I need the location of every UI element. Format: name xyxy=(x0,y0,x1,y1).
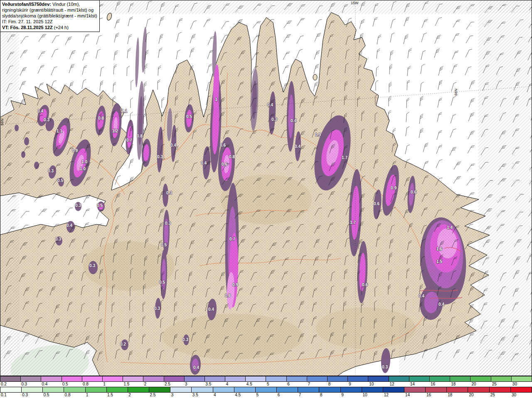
colorbar-tick-label: 25 xyxy=(491,382,512,387)
precip-value-label: 0.4 xyxy=(438,302,444,307)
precip-value-label: 0.8 xyxy=(225,293,231,298)
colorbar-tick-label: 2 xyxy=(128,393,149,398)
colorbar-cell xyxy=(307,376,328,381)
colorbar-cell xyxy=(103,376,123,381)
init-time: IT: Fim. 27. 11. 2025 12Z xyxy=(2,19,98,25)
precip-value-label: 0.4 xyxy=(170,143,176,147)
colorbar-cell xyxy=(319,387,340,392)
precip-value-label: 1 xyxy=(215,97,217,102)
colorbar-tick-label: 0.2 xyxy=(0,382,20,387)
colorbar-cell xyxy=(298,387,319,392)
precip-value-label: 0.9 xyxy=(72,148,78,153)
precip-value-label: 0.6 xyxy=(374,201,379,206)
colorbar-tick-label: 20 xyxy=(470,382,491,387)
precip-value-label: 0.5 xyxy=(97,203,103,208)
colorbar-tick-label: 6 xyxy=(277,393,298,398)
precip-value-label: 0.7 xyxy=(126,138,132,142)
colorbar-cell xyxy=(511,387,532,392)
precip-value-label: 0.9 xyxy=(391,186,397,190)
precip-value-label: 0.8 xyxy=(98,116,104,120)
colorbar-labels: 0.20.30.40.50.811.522.533.544.5567891012… xyxy=(0,382,532,387)
precip-value-label: 1.6 xyxy=(436,247,442,251)
precip-value-label: 1.1 xyxy=(57,129,62,133)
precip-value-label: 0.5 xyxy=(159,280,165,285)
colorbar-tick-label: 25 xyxy=(490,393,511,398)
colorbar-tick-label: 4 xyxy=(213,393,234,398)
precip-value-label: 0.4 xyxy=(267,103,273,107)
precip-value-label: 0.4 xyxy=(291,118,296,123)
legend-box: Veðurstofan/IS750dev: Vindur (10m), rign… xyxy=(0,0,100,32)
precip-value-label: 0.5 xyxy=(161,243,167,247)
product-subtitle: Vindur (10m), xyxy=(51,2,80,7)
precip-value-label: 1.7 xyxy=(342,155,347,160)
precip-value-label: 0.6 xyxy=(411,190,416,194)
colorbar-cell xyxy=(170,387,192,392)
colorbar-tick-label: 5 xyxy=(255,393,276,398)
colorbar-tick-label: 7 xyxy=(298,393,319,398)
colorbar-cell xyxy=(164,376,185,381)
colorbar-tick-label: 12 xyxy=(389,382,409,387)
colorbar-cell xyxy=(82,376,103,381)
valid-time-offset: (+24 h) xyxy=(53,25,69,30)
graticule-label: 66N xyxy=(0,118,4,125)
colorbar-tick-label: 10 xyxy=(368,382,389,387)
colorbar-tick-label: 20 xyxy=(468,393,489,398)
precip-value-label: 0.9 xyxy=(315,133,321,137)
colorbar-cell xyxy=(368,376,389,381)
graticule-label: 66N xyxy=(454,88,458,96)
colorbar-tick-label: 16 xyxy=(426,393,447,398)
precip-value-label: 0.9 xyxy=(232,283,238,287)
map-canvas: 0.40.31.10.91.01.00.30.50.30.50.40.30.30… xyxy=(0,0,532,376)
colorbar-cell xyxy=(328,376,348,381)
hatch-band-se xyxy=(399,324,532,376)
colorbar-tick-label: 2.5 xyxy=(149,393,170,398)
colorbar-tick-label: 1 xyxy=(102,382,123,387)
colorbar-tick-label: 14 xyxy=(409,382,430,387)
legend-line-1: Veðurstofan/IS750dev: Vindur (10m), xyxy=(2,1,98,7)
island xyxy=(313,74,317,80)
colorbar-tick-label: 0.3 xyxy=(21,393,42,398)
colorbar-tick-label: 0.1 xyxy=(0,393,21,398)
colorbar-cell xyxy=(21,376,41,381)
colorbar-tick-label: 3.5 xyxy=(192,393,213,398)
colorbar-cell xyxy=(277,387,298,392)
precip-value-label: 0.3 xyxy=(75,203,81,208)
colorbar-cell xyxy=(86,387,107,392)
colorbar-tick-label: 0.8 xyxy=(64,393,85,398)
precip-value-label: 1.5 xyxy=(436,259,442,264)
valid-time-main: VT: Fös. 28.11.2025 12Z xyxy=(2,25,53,30)
precip-value-label: 0.4 xyxy=(201,161,207,165)
weather-chart: 0.40.31.10.91.01.00.30.50.30.50.40.30.30… xyxy=(0,0,532,398)
colorbar-cell xyxy=(41,376,62,381)
colorbar-cell xyxy=(468,387,489,392)
precip-value-label: 0.4 xyxy=(66,223,72,228)
precip-value-label: 1.4 xyxy=(447,225,453,230)
colorbar-tick-label: 5 xyxy=(266,382,286,387)
colorbar-tick-label: 0.8 xyxy=(82,382,102,387)
colorbar-cell xyxy=(512,376,532,381)
colorbar-tick-label: 0.5 xyxy=(42,393,64,398)
colorbar-strip xyxy=(0,376,532,382)
colorbar-cell xyxy=(143,376,164,381)
precip-value-label: 0.4 xyxy=(208,307,214,312)
product-title: Veðurstofan/IS750dev: xyxy=(2,2,51,7)
colorbar-tick-label: 16 xyxy=(430,382,450,387)
colorbar-cell xyxy=(362,387,383,392)
precip-value-label: 1.0 xyxy=(80,167,86,171)
precip-value-label: 0.5 xyxy=(186,114,192,119)
colorbar-cell xyxy=(430,376,450,381)
hatch-band-right xyxy=(478,0,532,376)
colorbar-cell xyxy=(447,387,468,392)
precip-value-label: 0.4 xyxy=(193,365,199,370)
graticule-label: 15W xyxy=(351,1,359,5)
precip-value-label: 0.3 xyxy=(44,118,49,122)
colorbar-tick-label: 18 xyxy=(450,382,470,387)
precip-value-label: 1.0 xyxy=(81,160,87,164)
colorbar-tick-label: 8 xyxy=(328,382,348,387)
precip-value-label: 0.3 xyxy=(55,237,61,241)
colorbar-cell xyxy=(287,376,307,381)
colorbar-cell xyxy=(0,387,22,392)
precip-value-label: 0.4 xyxy=(419,294,424,298)
colorbar-tick-label: 3 xyxy=(170,393,192,398)
colorbar-cell xyxy=(490,387,511,392)
